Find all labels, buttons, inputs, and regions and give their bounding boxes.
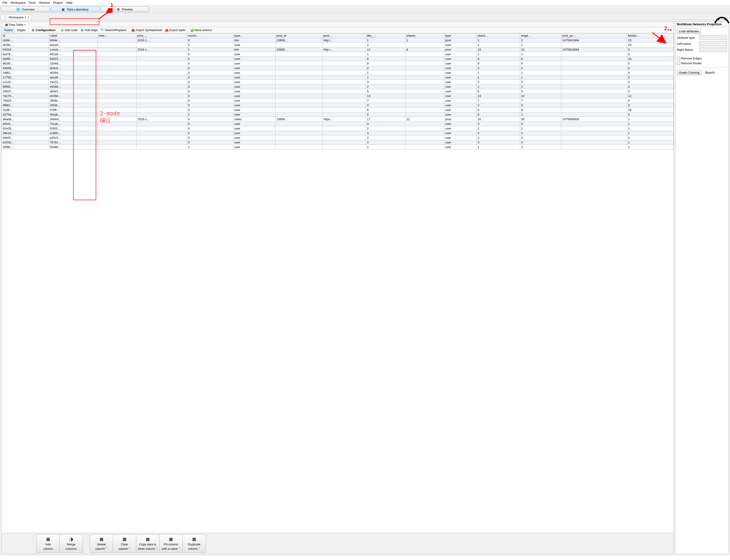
table-cell[interactable] [405, 108, 444, 112]
table-cell[interactable]: 3 [477, 80, 520, 84]
table-cell[interactable] [97, 98, 136, 103]
table-cell[interactable]: 1 [520, 112, 561, 117]
table-cell[interactable]: 0 [477, 112, 520, 117]
table-cell[interactable] [322, 61, 366, 66]
table-cell[interactable] [136, 75, 187, 80]
table-cell[interactable]: 1475823664 [561, 47, 627, 52]
table-cell[interactable] [322, 52, 366, 57]
table-cell[interactable]: 1475805600 [561, 117, 627, 122]
nodes-toggle[interactable]: Nodes [3, 28, 15, 32]
left-matrix-combo[interactable] [699, 41, 727, 46]
table-cell[interactable]: 2808c… [49, 98, 97, 103]
table-cell[interactable]: fad78… [2, 52, 49, 57]
column-header[interactable]: post_… [136, 33, 187, 38]
table-cell[interactable] [405, 131, 444, 136]
table-cell[interactable] [405, 98, 444, 103]
table-cell[interactable]: user [444, 52, 477, 57]
table-cell[interactable]: 2 [477, 75, 520, 80]
table-cell[interactable] [561, 84, 627, 89]
table-cell[interactable]: 1 [477, 145, 520, 149]
table-cell[interactable]: user [233, 140, 275, 145]
table-cell[interactable]: user [444, 112, 477, 117]
table-cell[interactable]: user [444, 108, 477, 112]
column-header[interactable]: shares [405, 33, 444, 38]
table-cell[interactable]: 0 [627, 52, 673, 57]
table-cell[interactable]: 963fd… [2, 61, 49, 66]
table-row[interactable]: d375a…4dcdb…1user0user010 [2, 112, 674, 117]
table-cell[interactable]: 0 [187, 131, 233, 136]
table-cell[interactable] [322, 108, 366, 112]
table-cell[interactable]: 0 [187, 61, 233, 66]
table-cell[interactable] [405, 140, 444, 145]
table-cell[interactable] [275, 75, 322, 80]
table-cell[interactable]: video [233, 117, 275, 122]
table-cell[interactable] [275, 98, 322, 103]
table-cell[interactable] [136, 131, 187, 136]
table-cell[interactable] [405, 43, 444, 47]
table-cell[interactable] [97, 66, 136, 71]
right-matrix-combo[interactable] [699, 47, 727, 52]
table-cell[interactable]: 2 [477, 136, 520, 140]
table-cell[interactable]: 0 [187, 94, 233, 98]
table-row[interactable]: 79d25…2808c…0user7user770 [2, 98, 674, 103]
table-row[interactable]: ef3c0…72cab…0user3user331 [2, 122, 674, 126]
table-cell[interactable]: 7978c… [49, 140, 97, 145]
table-cell[interactable]: user [233, 52, 275, 57]
table-cell[interactable]: user [444, 126, 477, 131]
table-cell[interactable]: link [233, 47, 275, 52]
table-cell[interactable]: 2 [366, 43, 406, 47]
table-cell[interactable]: 2 [520, 43, 561, 47]
table-row[interactable]: 7dc70…42358…0user13user131313 [2, 94, 674, 98]
table-row[interactable]: 963fd…1934d…0user9user990 [2, 61, 674, 66]
table-cell[interactable]: user [233, 66, 275, 71]
table-cell[interactable] [561, 126, 627, 131]
table-cell[interactable] [322, 98, 366, 103]
main-tab-overview[interactable]: 🌐Overview [1, 6, 50, 12]
table-cell[interactable] [136, 108, 187, 112]
table-cell[interactable]: user [233, 75, 275, 80]
fill-column-with-a-value-button[interactable]: ▦Fill columnwith a value ˅ [159, 534, 183, 553]
table-cell[interactable]: user [233, 57, 275, 61]
table-cell[interactable]: 1 [366, 38, 406, 43]
table-cell[interactable] [97, 145, 136, 149]
table-cell[interactable] [97, 126, 136, 131]
table-cell[interactable] [97, 122, 136, 126]
table-cell[interactable] [97, 108, 136, 112]
table-cell[interactable]: 3 [520, 103, 561, 108]
table-cell[interactable] [405, 66, 444, 71]
table-cell[interactable]: dc8cd… [49, 66, 97, 71]
table-cell[interactable] [97, 47, 136, 52]
table-cell[interactable]: 0 [627, 89, 673, 94]
table-cell[interactable]: user [444, 89, 477, 94]
menu-plugins[interactable]: Plugins [52, 0, 64, 5]
table-cell[interactable] [136, 52, 187, 57]
table-cell[interactable] [561, 89, 627, 94]
table-row[interactable]: a8ada…Skilled…2016-1…0video23606…https:…… [2, 117, 674, 122]
table-cell[interactable] [275, 94, 322, 98]
delete-column-button[interactable]: ▦Deletecolumn ˅ [90, 534, 113, 553]
table-cell[interactable]: user [444, 71, 477, 75]
table-cell[interactable]: 0 [627, 103, 673, 108]
table-cell[interactable] [561, 94, 627, 98]
menu-tools[interactable]: Tools [27, 0, 37, 5]
close-icon[interactable]: × [28, 16, 29, 19]
table-cell[interactable]: db0d7… [49, 89, 97, 94]
table-cell[interactable] [136, 94, 187, 98]
table-cell[interactable]: 3 [477, 140, 520, 145]
table-row[interactable]: 0df45…92815…0user8user8813 [2, 57, 674, 61]
table-cell[interactable]: 2 [366, 126, 406, 131]
table-cell[interactable] [405, 112, 444, 117]
table-cell[interactable]: 62e35… [2, 126, 49, 131]
table-cell[interactable] [561, 66, 627, 71]
table-cell[interactable]: 1 [366, 145, 406, 149]
table-cell[interactable]: 5 [477, 89, 520, 94]
table-cell[interactable] [275, 112, 322, 117]
table-cell[interactable]: 2 [520, 66, 561, 71]
table-cell[interactable] [275, 126, 322, 131]
table-cell[interactable]: 17 [366, 117, 406, 122]
table-cell[interactable]: While … [49, 38, 97, 43]
import-spreadsheet-button[interactable]: 📥 Import Spreadsheet [130, 28, 163, 32]
table-cell[interactable]: 3 [477, 122, 520, 126]
table-cell[interactable]: 0 [187, 98, 233, 103]
table-cell[interactable]: 0 [627, 98, 673, 103]
